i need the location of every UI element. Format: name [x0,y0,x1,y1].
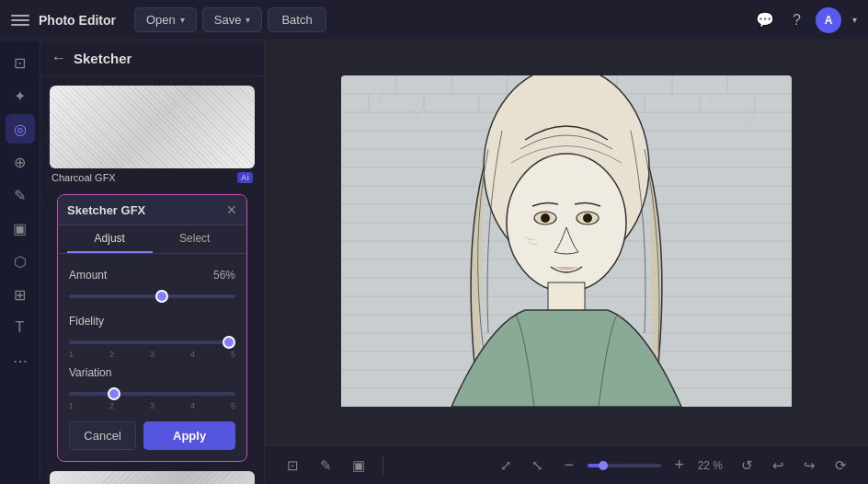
amount-slider[interactable] [69,294,235,298]
topbar: Photo Editor Open ▾ Save ▾ Batch 💬 ? A ▾ [0,0,868,40]
zoom-track[interactable] [588,464,661,467]
gfx-panel: Sketcher GFX ✕ Adjust Select Amount 56% [57,194,247,462]
comment-button[interactable]: 💬 [752,7,778,32]
photo-preview [341,75,792,410]
sidebar-view-active[interactable]: ◎ [6,114,35,144]
svg-point-34 [507,154,626,292]
bottom-divider [383,455,383,476]
panel-title: Sketcher [74,51,131,66]
open-button[interactable]: Open ▾ [134,7,197,32]
rotate-button[interactable]: ↺ [734,453,760,478]
canvas-area: ⊡ ✎ ▣ ⤢ ⤡ − + 22 % ↺ ↩ ↪ ⟳ [265,40,868,484]
edit-bottom-button[interactable]: ✎ [313,453,338,478]
variation-slider[interactable] [69,392,235,396]
sidebar-effects[interactable]: ✦ [6,81,35,110]
zoom-in-button[interactable]: + [667,453,692,478]
menu-button[interactable] [11,11,29,29]
gfx-close-button[interactable]: ✕ [226,202,237,217]
bottom-left-icons: ⊡ ✎ ▣ [280,453,371,478]
panel-back-button[interactable]: ← [51,50,66,66]
fidelity-row-label: Fidelity [69,315,235,328]
fidelity-slider[interactable] [69,340,235,344]
variation-label: Variation [69,366,111,379]
sidebar-text[interactable]: T [6,313,35,342]
fidelity-ticks: 1 2 3 4 5 [69,350,235,359]
zoom-percentage: 22 % [698,459,723,472]
variation-row-label: Variation [69,366,235,379]
topbar-right: 💬 ? A ▾ [752,7,857,33]
help-button[interactable]: ? [789,8,805,32]
app-title: Photo Editor [39,13,116,28]
sidebar-more[interactable]: ⋯ [6,346,35,375]
sliders-section: Amount 56% Fidelity 1 2 [58,254,246,410]
bottom-right-controls: ↺ ↩ ↪ ⟳ [734,453,853,478]
gfx-panel-header: Sketcher GFX ✕ [58,195,246,225]
fidelity-label: Fidelity [69,315,104,328]
amount-row-label: Amount 56% [69,269,235,282]
panel-header: ← Sketcher [40,40,264,76]
sidebar-brush[interactable]: ✎ [6,180,35,210]
sidebar-adjust[interactable]: ⊕ [6,147,35,177]
layers-bottom-button[interactable]: ⊡ [280,453,305,478]
charcoal-thumbnail[interactable]: Charcoal GFX Ai [50,86,255,187]
open-chevron-icon: ▾ [180,15,185,25]
bottom-bar: ⊡ ✎ ▣ ⤢ ⤡ − + 22 % ↺ ↩ ↪ ⟳ [265,445,868,484]
cancel-button[interactable]: Cancel [69,421,136,450]
undo-button[interactable]: ↩ [765,453,791,478]
sidebar-people[interactable]: ⬡ [6,247,35,276]
avatar-chevron-icon[interactable]: ▾ [852,15,857,25]
main-area: ⊡ ✦ ◎ ⊕ ✎ ▣ ⬡ ⊞ T ⋯ ← Sketcher Charcoal … [0,40,868,484]
save-chevron-icon: ▾ [246,15,250,25]
thumbnail-area: Charcoal GFX Ai Sketcher GFX ✕ Adjust Se… [40,76,264,484]
gfx-buttons: Cancel Apply [58,410,246,450]
tab-select[interactable]: Select [153,225,238,253]
charcoal-label: Charcoal GFX Ai [50,168,255,187]
zoom-controls: ⤢ ⤡ − + 22 % [494,453,723,478]
zoom-out-button[interactable]: − [556,453,582,478]
photo-svg [341,75,792,407]
avatar[interactable]: A [816,7,841,33]
history-button[interactable]: ⟳ [828,453,853,478]
amount-value: 56% [213,269,235,282]
ai-badge: Ai [237,172,253,183]
sketched1-preview [50,471,255,484]
charcoal-preview [50,86,255,168]
shrink-button[interactable]: ⤡ [525,453,551,478]
apply-button[interactable]: Apply [143,421,235,450]
tab-adjust[interactable]: Adjust [67,225,153,253]
sidebar-image[interactable]: ⊞ [6,280,35,309]
redo-button[interactable]: ↪ [796,453,822,478]
fit-button[interactable]: ⤢ [494,453,520,478]
svg-point-38 [541,213,550,223]
variation-ticks: 1 2 3 4 5 [69,401,235,410]
canvas-main[interactable] [265,40,868,445]
svg-point-39 [583,213,592,223]
batch-button[interactable]: Batch [268,7,326,32]
sidebar-frames[interactable]: ▣ [6,213,35,243]
icon-sidebar: ⊡ ✦ ◎ ⊕ ✎ ▣ ⬡ ⊞ T ⋯ [0,40,40,484]
left-panel: ← Sketcher Charcoal GFX Ai Sketcher GFX … [40,40,265,484]
gfx-panel-title: Sketcher GFX [67,203,145,217]
sketched1-thumbnail[interactable]: Sketched 1 [50,471,255,484]
gfx-tabs: Adjust Select [58,225,246,254]
sidebar-layers[interactable]: ⊡ [6,48,35,77]
grid-bottom-button[interactable]: ▣ [346,453,371,478]
topbar-actions: Open ▾ Save ▾ Batch [134,7,326,32]
save-button[interactable]: Save ▾ [202,7,263,32]
zoom-thumb [599,461,608,470]
amount-label: Amount [69,269,107,282]
